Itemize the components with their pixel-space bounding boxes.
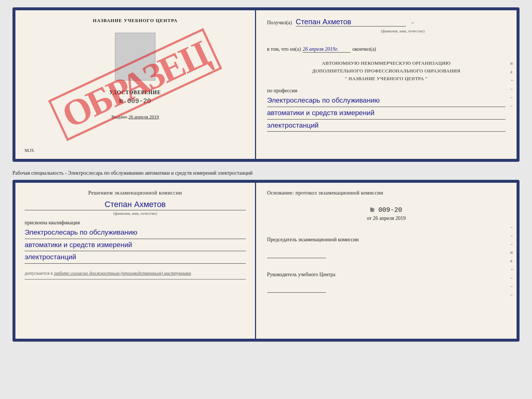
cert-number-value: 009-20 [127, 97, 151, 105]
diploma-right-side: Получил(а) Степан Ахметов – (фамилия, им… [256, 10, 517, 159]
bottom-left-side: Решением экзаменационной комиссии Степан… [15, 183, 256, 339]
cert-type-label: УДОСТОВЕРЕНИЕ [109, 90, 161, 96]
rukovoditel-sig-line [267, 285, 326, 293]
issued-label: Выдано [111, 114, 127, 120]
kvalification-label: присвоена квалификация [25, 220, 246, 226]
decision-label: Решением экзаменационной комиссии [25, 190, 246, 196]
vtom-date: 26 апреля 2019г. [303, 46, 351, 53]
received-label: Получил(а) [267, 20, 292, 26]
side-marks-top: и а ← – – – [510, 61, 515, 108]
qual-line1: Электрослесарь по обслуживанию [25, 228, 246, 239]
cert-number: № 009-20 [119, 97, 151, 105]
qual-line3: электростанций [25, 252, 246, 264]
protocol-prefix: № [370, 206, 374, 214]
osnovanie-label: Основание: протокол экзаменационной коми… [267, 190, 506, 196]
chairman-sig-line [267, 251, 326, 258]
profession-line1: Электрослесарь по обслуживанию [267, 96, 506, 107]
protocol-number: № 009-20 [267, 206, 506, 214]
cert-issued: Выдано 26 апреля 2019 [111, 114, 159, 120]
cert-number-prefix: № [119, 97, 123, 105]
mp-label: М.П. [25, 147, 35, 153]
profession-line2: автоматики и средств измерений [267, 108, 506, 120]
org-line1: АВТОНОМНУЮ НЕКОММЕРЧЕСКУЮ ОРГАНИЗАЦИЮ [322, 60, 451, 66]
diploma-left-side: НАЗВАНИЕ УЧЕБНОГО ЦЕНТРА УДОСТОВЕРЕНИЕ №… [15, 10, 256, 159]
org-line3: " НАЗВАНИЕ УЧЕБНОГО ЦЕНТРА " [345, 76, 428, 81]
ot-date: от 26 апреля 2019 [267, 215, 506, 221]
photo-placeholder [115, 33, 155, 81]
bottom-cert: Решением экзаменационной комиссии Степан… [12, 180, 520, 342]
dopusk-container: допускается к работе согласно должностны… [25, 270, 246, 279]
received-name: Степан Ахметов [296, 18, 406, 26]
separator-dash: – [411, 20, 414, 26]
org-text: АВТОНОМНУЮ НЕКОММЕРЧЕСКУЮ ОРГАНИЗАЦИЮ ДО… [267, 60, 506, 82]
bottom-fio-subtitle: (фамилия, имя, отчество) [25, 211, 246, 215]
okonchill-label: окончил(а) [352, 46, 376, 52]
vtom-label: в том, что он(а) [267, 46, 301, 52]
protocol-number-value: 009-20 [378, 206, 402, 214]
side-marks-bottom: – – – и а ← – – – [510, 224, 515, 298]
bottom-person-name: Степан Ахметов [25, 200, 246, 210]
chairman-block: Председатель экзаменационной комиссии [267, 236, 506, 266]
issued-date: 26 апреля 2019 [129, 114, 159, 120]
rukovoditel-label: Руководитель учебного Центра [267, 271, 506, 278]
bottom-right-side: Основание: протокол экзаменационной коми… [256, 183, 517, 339]
qual-line2: автоматики и средств измерений [25, 240, 246, 252]
dopusk-text: работе согласно должностным (производств… [54, 270, 191, 276]
ot-date-value: 26 апреля 2019 [373, 215, 406, 221]
top-diploma: НАЗВАНИЕ УЧЕБНОГО ЦЕНТРА УДОСТОВЕРЕНИЕ №… [12, 7, 520, 162]
fio-subtitle-top: (фамилия, имя, отчество) [300, 29, 506, 33]
dopuskaetsya-label: допускается к [25, 270, 53, 276]
po-professii-label: по профессии [267, 88, 506, 94]
profession-line3: электростанций [267, 121, 506, 132]
rukovoditel-block: Руководитель учебного Центра [267, 271, 506, 300]
middle-specialty-text: Рабочая специальность - Электрослесарь п… [12, 166, 520, 180]
diploma-school-title: НАЗВАНИЕ УЧЕБНОГО ЦЕНТРА [93, 18, 178, 24]
chairman-label: Председатель экзаменационной комиссии [267, 236, 506, 243]
org-line2: ДОПОЛНИТЕЛЬНОГО ПРОФЕССИОНАЛЬНОГО ОБРАЗО… [312, 68, 460, 74]
ot-prefix: от [367, 215, 372, 221]
